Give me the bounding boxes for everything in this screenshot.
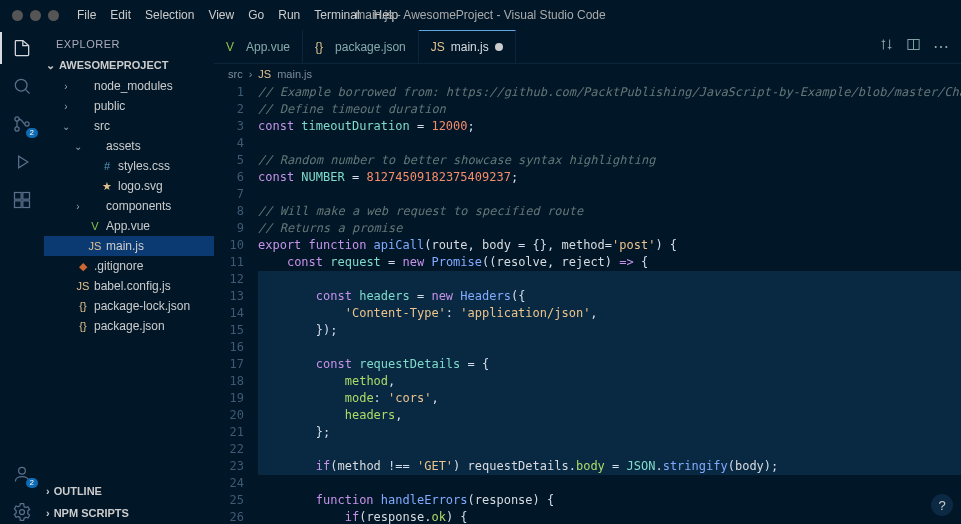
tree-item-public[interactable]: ›public — [44, 96, 214, 116]
menu-selection[interactable]: Selection — [139, 4, 200, 26]
tree-item-assets[interactable]: ⌄assets — [44, 136, 214, 156]
split-editor-icon[interactable] — [906, 37, 921, 56]
code-line[interactable] — [258, 135, 961, 152]
tree-item-node_modules[interactable]: ›node_modules — [44, 76, 214, 96]
source-control-icon[interactable]: 2 — [10, 112, 34, 136]
tree-label: node_modules — [94, 79, 173, 93]
tree-label: src — [94, 119, 110, 133]
menu-edit[interactable]: Edit — [104, 4, 137, 26]
chevron-icon: ⌄ — [60, 121, 72, 132]
tree-item-babel-config-js[interactable]: JSbabel.config.js — [44, 276, 214, 296]
file-icon: V — [226, 40, 240, 54]
explorer-icon[interactable] — [10, 36, 34, 60]
svg-rect-6 — [15, 201, 22, 208]
menu-run[interactable]: Run — [272, 4, 306, 26]
min-dot[interactable] — [30, 10, 41, 21]
code-line[interactable]: // Will make a web request to specified … — [258, 203, 961, 220]
chevron-right-icon: › — [249, 68, 253, 80]
close-dot[interactable] — [12, 10, 23, 21]
code-line[interactable]: if(response.ok) { — [258, 509, 961, 524]
tree-item-styles-css[interactable]: #styles.css — [44, 156, 214, 176]
code-line[interactable]: method, — [258, 373, 961, 390]
section-npm-scripts[interactable]: ›NPM SCRIPTS — [44, 502, 214, 524]
tab-label: main.js — [451, 40, 489, 54]
tab-bar[interactable]: VApp.vue{}package.jsonJSmain.js ⋯ — [214, 30, 961, 64]
tree-label: package-lock.json — [94, 299, 190, 313]
run-debug-icon[interactable] — [10, 150, 34, 174]
menu-file[interactable]: File — [71, 4, 102, 26]
project-header[interactable]: ⌄AWESOMEPROJECT — [44, 54, 214, 76]
code-line[interactable] — [258, 441, 961, 458]
menu-view[interactable]: View — [202, 4, 240, 26]
tree-item-app-vue[interactable]: VApp.vue — [44, 216, 214, 236]
code-line[interactable] — [258, 475, 961, 492]
code-line[interactable]: 'Content-Type': 'application/json', — [258, 305, 961, 322]
svg-point-8 — [19, 467, 26, 474]
code-line[interactable] — [258, 271, 961, 288]
editor-group: VApp.vue{}package.jsonJSmain.js ⋯ src›JS… — [214, 30, 961, 524]
max-dot[interactable] — [48, 10, 59, 21]
tree-label: main.js — [106, 239, 144, 253]
activity-bar: 2 2 — [0, 30, 44, 524]
code-line[interactable]: // Returns a promise — [258, 220, 961, 237]
file-icon: ◆ — [76, 260, 90, 273]
file-icon: {} — [76, 320, 90, 332]
code-line[interactable] — [258, 186, 961, 203]
search-icon[interactable] — [10, 74, 34, 98]
file-tree[interactable]: ›node_modules›public⌄src⌄assets#styles.c… — [44, 76, 214, 480]
help-button[interactable]: ? — [931, 494, 953, 516]
code-line[interactable]: }); — [258, 322, 961, 339]
code-line[interactable]: // Example borrowed from: https://github… — [258, 84, 961, 101]
code-line[interactable]: export function apiCall(route, body = {}… — [258, 237, 961, 254]
svg-point-2 — [15, 127, 19, 131]
code-editor[interactable]: 1234567891011121314151617181920212223242… — [214, 84, 961, 524]
settings-gear-icon[interactable] — [10, 500, 34, 524]
extensions-icon[interactable] — [10, 188, 34, 212]
breadcrumb-item[interactable]: main.js — [277, 68, 312, 80]
svg-point-9 — [20, 510, 25, 515]
code-line[interactable]: const NUMBER = 81274509182375409237; — [258, 169, 961, 186]
file-icon: {} — [76, 300, 90, 312]
tree-item-src[interactable]: ⌄src — [44, 116, 214, 136]
code-line[interactable]: mode: 'cors', — [258, 390, 961, 407]
tab-label: package.json — [335, 40, 406, 54]
tree-item-logo-svg[interactable]: ★logo.svg — [44, 176, 214, 196]
chevron-icon: › — [72, 201, 84, 212]
window-controls[interactable] — [0, 10, 71, 21]
svg-rect-5 — [23, 193, 30, 200]
tab-main-js[interactable]: JSmain.js — [419, 30, 516, 63]
tree-item--gitignore[interactable]: ◆.gitignore — [44, 256, 214, 276]
code-line[interactable]: headers, — [258, 407, 961, 424]
accounts-icon[interactable]: 2 — [10, 462, 34, 486]
menu-bar[interactable]: FileEditSelectionViewGoRunTerminalHelp — [71, 4, 404, 26]
code-line[interactable]: if(method !== 'GET') requestDetails.body… — [258, 458, 961, 475]
breadcrumb[interactable]: src›JS main.js — [214, 64, 961, 84]
breadcrumb-item[interactable]: src — [228, 68, 243, 80]
window-title: main.js - AwesomeProject - Visual Studio… — [355, 8, 605, 22]
tabbar-actions: ⋯ — [867, 30, 961, 63]
code-line[interactable] — [258, 339, 961, 356]
tree-item-main-js[interactable]: JSmain.js — [44, 236, 214, 256]
compare-changes-icon[interactable] — [879, 37, 894, 56]
code-line[interactable]: // Random number to better showcase synt… — [258, 152, 961, 169]
chevron-icon: ⌄ — [72, 141, 84, 152]
chevron-icon: › — [60, 81, 72, 92]
svg-point-0 — [15, 79, 27, 91]
code-line[interactable]: const headers = new Headers({ — [258, 288, 961, 305]
tree-item-components[interactable]: ›components — [44, 196, 214, 216]
section-outline[interactable]: ›OUTLINE — [44, 480, 214, 502]
code-line[interactable]: }; — [258, 424, 961, 441]
code-line[interactable]: // Define timeout duration — [258, 101, 961, 118]
explorer-title: EXPLORER — [44, 30, 214, 54]
menu-go[interactable]: Go — [242, 4, 270, 26]
tree-item-package-lock-json[interactable]: {}package-lock.json — [44, 296, 214, 316]
code-line[interactable]: function handleErrors(response) { — [258, 492, 961, 509]
code-line[interactable]: const timeoutDuration = 12000; — [258, 118, 961, 135]
code-content[interactable]: // Example borrowed from: https://github… — [258, 84, 961, 524]
tree-item-package-json[interactable]: {}package.json — [44, 316, 214, 336]
code-line[interactable]: const requestDetails = { — [258, 356, 961, 373]
code-line[interactable]: const request = new Promise((resolve, re… — [258, 254, 961, 271]
tab-package-json[interactable]: {}package.json — [303, 30, 419, 63]
tab-app-vue[interactable]: VApp.vue — [214, 30, 303, 63]
more-actions-icon[interactable]: ⋯ — [933, 37, 949, 56]
